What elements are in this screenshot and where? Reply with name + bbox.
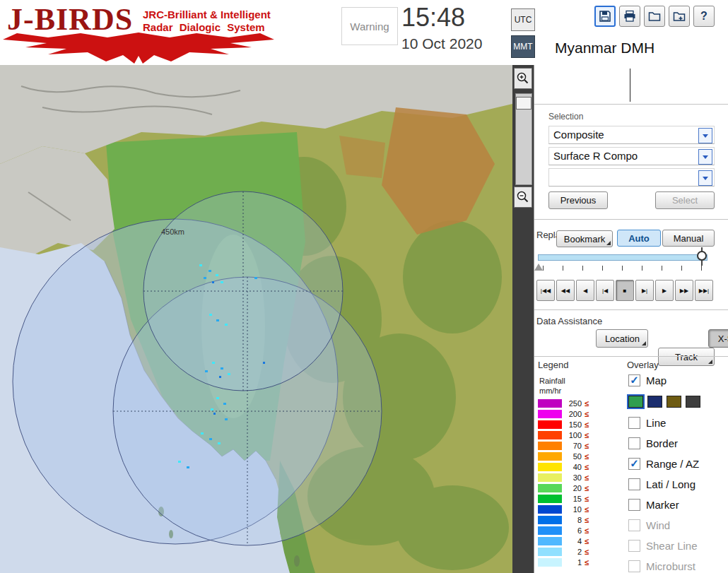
legend-row: 200≤ [538, 408, 589, 419]
select-button[interactable]: Select [655, 191, 715, 209]
overlay-item-border: Border [628, 433, 727, 454]
transport-button-8[interactable]: ▶▶| [695, 280, 713, 301]
overlay-item-shear-line: Shear Line [628, 536, 727, 556]
legend-color-swatch [538, 473, 562, 482]
product-combo[interactable]: Surface R Compo [548, 147, 715, 165]
map-style-swatch[interactable] [628, 396, 643, 408]
legend-row: 150≤ [538, 419, 589, 430]
transport-button-2[interactable]: ◀ [576, 280, 594, 301]
zoom-out-button[interactable] [514, 187, 532, 208]
separator [534, 219, 728, 220]
legend-color-swatch [538, 420, 562, 429]
transport-button-6[interactable]: ▶ [655, 280, 674, 301]
legend-row: 50≤ [538, 451, 589, 461]
warning-indicator[interactable]: Warning [341, 7, 398, 45]
timeline-track[interactable] [538, 254, 708, 261]
checkbox-microburst [628, 560, 640, 572]
transport-button-7[interactable]: ▶▶ [675, 280, 693, 301]
checkbox-border[interactable] [628, 437, 640, 449]
legend-lte-symbol: ≤ [585, 473, 589, 482]
auto-button[interactable]: Auto [617, 230, 661, 247]
legend-value: 200 [562, 410, 582, 418]
transport-button-1[interactable]: ◀◀ [556, 280, 575, 301]
save-button[interactable] [594, 6, 616, 27]
checkbox-lati-long[interactable] [628, 478, 640, 490]
transport-button-4[interactable]: ■ [616, 280, 634, 301]
previous-button[interactable]: Previous [548, 191, 608, 209]
utc-toggle-button[interactable]: UTC [511, 8, 535, 31]
overlay-item-microburst: Microburst [628, 556, 727, 573]
track-button[interactable]: Track [658, 348, 715, 366]
legend-lte-symbol: ≤ [585, 505, 589, 514]
legend-color-swatch [538, 516, 562, 524]
checkbox-marker[interactable] [628, 499, 640, 511]
legend-color-swatch [538, 505, 562, 514]
legend-value: 6 [562, 526, 582, 535]
legend-row: 100≤ [538, 430, 589, 440]
legend-value: 4 [562, 537, 582, 545]
transport-button-0[interactable]: |◀◀ [536, 280, 555, 301]
extra-combo[interactable] [548, 168, 715, 187]
export-button[interactable] [669, 6, 690, 27]
timeline-start-marker[interactable] [534, 264, 543, 271]
map-zoom-strip [512, 65, 534, 573]
location-button[interactable]: Location [596, 329, 648, 348]
legend-row: 250≤ [538, 398, 589, 408]
mmt-toggle-button[interactable]: MMT [511, 35, 535, 58]
overlay-item-line: Line [628, 413, 727, 433]
overlay-label: Shear Line [646, 540, 698, 552]
transport-button-5[interactable]: ▶| [635, 280, 654, 301]
zoom-slider-thumb[interactable] [516, 97, 532, 110]
clock-time: 15:48 [401, 3, 465, 33]
bookmark-button[interactable]: Bookmark [556, 230, 613, 247]
zoom-slider-track[interactable] [515, 93, 532, 185]
overlay-item-marker: Marker [628, 495, 727, 515]
transport-button-3[interactable]: |◀ [596, 280, 614, 301]
checkbox-line[interactable] [628, 417, 640, 429]
legend-value: 15 [562, 495, 582, 503]
legend-row: 70≤ [538, 440, 589, 451]
map-style-swatch[interactable] [667, 396, 681, 408]
legend-color-swatch [538, 558, 562, 567]
map-style-swatch[interactable] [686, 396, 700, 408]
checkbox-map[interactable]: ✓ [628, 374, 640, 386]
map-style-swatch[interactable] [647, 396, 662, 408]
legend-row: 6≤ [538, 525, 589, 536]
legend-row: 15≤ [538, 493, 589, 504]
overlay-label: Line [646, 417, 666, 429]
folder-plus-icon [672, 9, 686, 23]
manual-button[interactable]: Manual [662, 230, 715, 247]
x-section-button[interactable]: X-Section [708, 329, 728, 348]
legend-color-swatch [538, 410, 562, 418]
map-style-swatches [628, 391, 727, 413]
legend-value: 30 [562, 473, 582, 482]
overlay-item-wind: Wind [628, 515, 727, 536]
open-file-button[interactable] [644, 6, 665, 27]
timeline-thumb[interactable] [697, 251, 707, 261]
composite-combo[interactable]: Composite [548, 126, 715, 144]
legend-color-swatch [538, 463, 562, 471]
legend-row: 10≤ [538, 504, 589, 514]
legend-value: 20 [562, 484, 582, 492]
zoom-in-button[interactable] [514, 68, 532, 89]
timeline-ticks [543, 266, 705, 271]
legend-value: 100 [562, 431, 582, 439]
folder-icon [647, 9, 662, 23]
chevron-down-icon[interactable] [698, 170, 712, 186]
help-button[interactable]: ? [693, 6, 715, 27]
magnifier-minus-icon [516, 190, 530, 204]
legend-value: 1 [562, 558, 582, 567]
legend-lte-symbol: ≤ [585, 420, 589, 429]
legend-color-swatch [538, 431, 562, 439]
legend-color-swatch [538, 537, 562, 545]
separator [534, 309, 728, 310]
legend-value: 40 [562, 463, 582, 471]
chevron-down-icon[interactable] [698, 128, 712, 143]
checkbox-range-az[interactable]: ✓ [628, 458, 640, 470]
overlay-title: Overlay [627, 360, 659, 370]
chevron-down-icon[interactable] [698, 149, 712, 165]
radar-map-view[interactable]: 450km [0, 65, 512, 573]
control-panel: Selection Composite Surface R Compo Prev… [534, 65, 728, 573]
overlay-list: ✓MapLineBorder✓Range / AZLati / LongMark… [628, 370, 727, 573]
print-button[interactable] [619, 6, 640, 27]
